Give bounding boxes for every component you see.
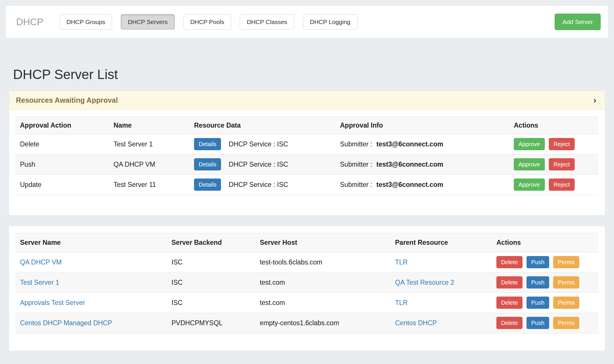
tab-dhcp-classes[interactable]: DHCP Classes xyxy=(240,14,294,30)
parent-resource-cell: TLR xyxy=(391,252,492,272)
approval-table: Approval Action Name Resource Data Appro… xyxy=(16,117,598,195)
server-name-cell: Test Server 1 xyxy=(16,272,167,293)
submitter-email: test3@6connect.com xyxy=(377,181,443,188)
approval-action-cell: Push xyxy=(16,154,109,174)
parent-resource-link[interactable]: Centos DHCP xyxy=(395,319,437,327)
approval-name-cell: Test Server 11 xyxy=(109,174,190,195)
approval-panel-header[interactable]: Resources Awaiting Approval › xyxy=(9,91,605,110)
parent-resource-cell: TLR xyxy=(391,293,492,313)
approval-table-header-row: Approval Action Name Resource Data Appro… xyxy=(16,117,598,134)
approval-panel-title: Resources Awaiting Approval xyxy=(16,96,118,104)
col-header-actions: Actions xyxy=(492,233,598,252)
server-host-cell: empty-centos1.6clabs.com xyxy=(255,313,391,333)
approval-info-cell: Submitter : test3@6connect.com xyxy=(336,134,509,154)
approval-panel-body: Approval Action Name Resource Data Appro… xyxy=(9,110,605,215)
server-name-link[interactable]: Test Server 1 xyxy=(20,279,59,286)
perms-button[interactable]: Perms xyxy=(553,276,579,288)
server-panel-body: Server Name Server Backend Server Host P… xyxy=(9,226,605,351)
reject-button[interactable]: Reject xyxy=(549,179,575,191)
server-name-cell: Approvals Test Server xyxy=(16,293,167,313)
col-header-name: Name xyxy=(109,117,190,134)
top-navigation-bar: DHCP DHCP Groups DHCP Servers DHCP Pools… xyxy=(6,5,608,38)
approval-resource-cell: Details DHCP Service : ISC xyxy=(190,134,336,154)
delete-button[interactable]: Delete xyxy=(496,276,522,288)
approval-name-cell: QA DHCP VM xyxy=(109,154,190,174)
delete-button[interactable]: Delete xyxy=(496,256,522,268)
server-actions-cell: Delete Push Perms xyxy=(492,272,598,293)
server-backend-cell: ISC xyxy=(167,252,255,272)
server-table: Server Name Server Backend Server Host P… xyxy=(16,233,598,333)
server-host-cell: test-tools.6clabs.com xyxy=(255,252,391,272)
push-button[interactable]: Push xyxy=(527,256,549,268)
page-title: DHCP Server List xyxy=(13,67,614,82)
reject-button[interactable]: Reject xyxy=(549,158,575,170)
submitter-label: Submitter : xyxy=(340,140,372,148)
parent-resource-cell: QA Test Resource 2 xyxy=(391,272,492,293)
approval-actions-cell: Approve Reject xyxy=(509,174,598,195)
col-header-server-name: Server Name xyxy=(16,233,167,252)
delete-button[interactable]: Delete xyxy=(496,317,522,329)
server-name-link[interactable]: Centos DHCP Managed DHCP xyxy=(20,319,112,327)
push-button[interactable]: Push xyxy=(527,317,549,329)
chevron-right-icon: › xyxy=(593,96,596,104)
col-header-server-backend: Server Backend xyxy=(167,233,255,252)
tab-dhcp-servers[interactable]: DHCP Servers xyxy=(121,14,174,30)
approve-button[interactable]: Approve xyxy=(514,158,545,170)
submitter-email: test3@6connect.com xyxy=(377,161,443,168)
server-backend-cell: ISC xyxy=(167,293,255,313)
server-row: Test Server 1 ISC test.com QA Test Resou… xyxy=(16,272,598,293)
details-button[interactable]: Details xyxy=(194,138,221,150)
approval-info-cell: Submitter : test3@6connect.com xyxy=(336,174,509,195)
perms-button[interactable]: Perms xyxy=(553,317,579,329)
tab-dhcp-groups[interactable]: DHCP Groups xyxy=(60,14,112,30)
details-button[interactable]: Details xyxy=(194,158,221,170)
server-name-link[interactable]: QA DHCP VM xyxy=(20,258,62,266)
server-actions-cell: Delete Push Perms xyxy=(492,313,598,333)
approval-row: Update Test Server 11 Details DHCP Servi… xyxy=(16,174,598,195)
push-button[interactable]: Push xyxy=(527,297,549,309)
server-row: QA DHCP VM ISC test-tools.6clabs.com TLR… xyxy=(16,252,598,272)
col-header-approval-action: Approval Action xyxy=(16,117,109,134)
server-actions-cell: Delete Push Perms xyxy=(492,293,598,313)
tab-dhcp-logging[interactable]: DHCP Logging xyxy=(303,14,357,30)
resource-data-text: DHCP Service : ISC xyxy=(229,181,288,188)
delete-button[interactable]: Delete xyxy=(496,297,522,309)
server-actions-cell: Delete Push Perms xyxy=(492,252,598,272)
approval-row: Delete Test Server 1 Details DHCP Servic… xyxy=(16,134,598,154)
approve-button[interactable]: Approve xyxy=(514,179,545,191)
col-header-approval-info: Approval Info xyxy=(336,117,509,134)
add-server-button[interactable]: Add Server xyxy=(555,14,601,30)
resource-data-text: DHCP Service : ISC xyxy=(229,161,288,168)
submitter-label: Submitter : xyxy=(340,181,372,188)
parent-resource-cell: Centos DHCP xyxy=(391,313,492,333)
reject-button[interactable]: Reject xyxy=(549,138,575,150)
perms-button[interactable]: Perms xyxy=(553,297,579,309)
details-button[interactable]: Details xyxy=(194,179,221,191)
brand-label: DHCP xyxy=(16,16,43,27)
col-header-parent-resource: Parent Resource xyxy=(391,233,492,252)
submitter-email: test3@6connect.com xyxy=(377,140,443,148)
push-button[interactable]: Push xyxy=(527,276,549,288)
parent-resource-link[interactable]: TLR xyxy=(395,258,407,266)
col-header-server-host: Server Host xyxy=(255,233,391,252)
col-header-resource-data: Resource Data xyxy=(190,117,336,134)
resource-data-text: DHCP Service : ISC xyxy=(229,140,288,148)
server-backend-cell: ISC xyxy=(167,272,255,293)
server-list-panel: Server Name Server Backend Server Host P… xyxy=(9,226,605,351)
server-backend-cell: PVDHCPMYSQL xyxy=(167,313,255,333)
approve-button[interactable]: Approve xyxy=(514,138,545,150)
col-header-actions: Actions xyxy=(509,117,598,134)
parent-resource-link[interactable]: QA Test Resource 2 xyxy=(395,279,454,286)
parent-resource-link[interactable]: TLR xyxy=(395,299,407,306)
dhcp-nav-tabs: DHCP Groups DHCP Servers DHCP Pools DHCP… xyxy=(60,14,357,30)
perms-button[interactable]: Perms xyxy=(553,256,579,268)
server-table-header-row: Server Name Server Backend Server Host P… xyxy=(16,233,598,252)
approval-actions-cell: Approve Reject xyxy=(509,134,598,154)
server-row: Centos DHCP Managed DHCP PVDHCPMYSQL emp… xyxy=(16,313,598,333)
submitter-label: Submitter : xyxy=(340,161,372,168)
server-host-cell: test.com xyxy=(255,272,391,293)
approval-action-cell: Delete xyxy=(16,134,109,154)
approval-actions-cell: Approve Reject xyxy=(509,154,598,174)
server-name-link[interactable]: Approvals Test Server xyxy=(20,299,85,306)
tab-dhcp-pools[interactable]: DHCP Pools xyxy=(183,14,231,30)
